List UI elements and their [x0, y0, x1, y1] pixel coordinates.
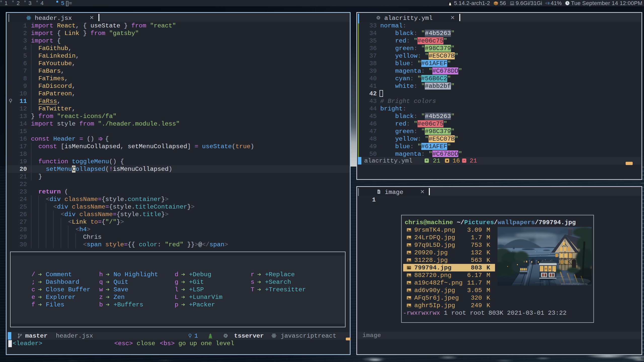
- svg-text:www.DesktopBackground.org: www.DesktopBackground.org: [561, 283, 587, 285]
